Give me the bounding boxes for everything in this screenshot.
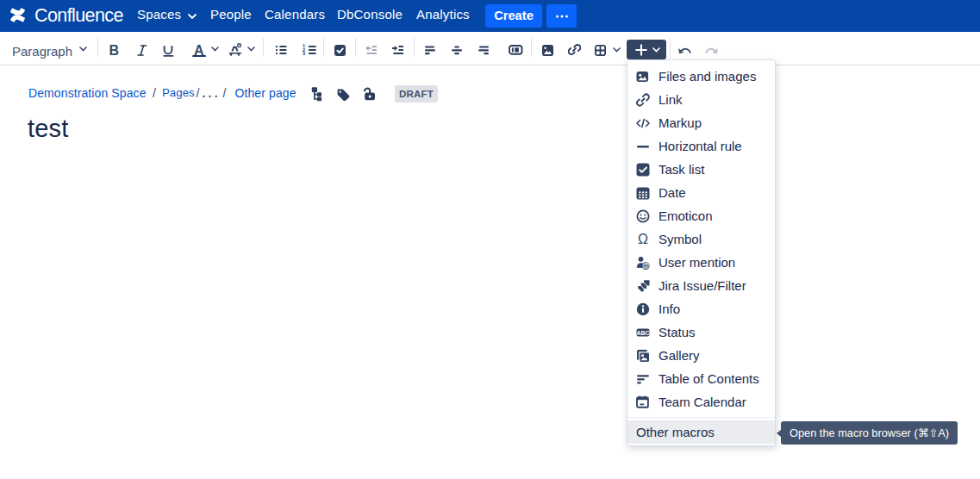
svg-text:ABC: ABC: [636, 329, 649, 335]
svg-text:@: @: [642, 262, 649, 270]
svg-text:3: 3: [303, 51, 305, 55]
